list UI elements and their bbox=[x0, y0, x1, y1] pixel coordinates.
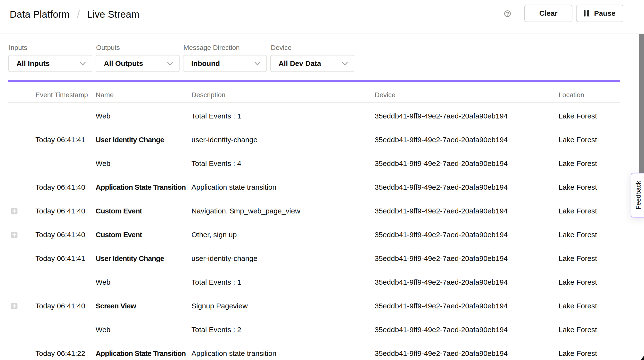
expand-row-button[interactable] bbox=[11, 208, 18, 214]
clear-button[interactable]: Clear bbox=[524, 4, 572, 22]
table-row[interactable]: WebTotal Events : 435eddb41-9ff9-49e2-7a… bbox=[0, 152, 644, 176]
filter-device-label: Device bbox=[271, 44, 354, 52]
cell-name: Web bbox=[96, 278, 192, 286]
column-header-device: Device bbox=[375, 91, 558, 99]
column-header-location: Location bbox=[558, 91, 644, 99]
column-header-description: Description bbox=[192, 91, 375, 99]
table-row[interactable]: Today 06:41:40Application State Transiti… bbox=[0, 176, 644, 199]
cell-event-timestamp: Today 06:41:22 bbox=[36, 349, 96, 358]
cell-description: Total Events : 1 bbox=[192, 278, 375, 286]
table-row[interactable]: Today 06:41:40Custom EventOther, sign up… bbox=[0, 223, 644, 247]
filter-inputs-value: All Inputs bbox=[16, 59, 50, 68]
cell-description: Total Events : 4 bbox=[192, 160, 375, 168]
filter-outputs-label: Outputs bbox=[96, 44, 180, 52]
cell-description: user-identity-change bbox=[192, 136, 375, 144]
help-icon[interactable]: ? bbox=[504, 10, 511, 17]
event-rows: WebTotal Events : 135eddb41-9ff9-49e2-7a… bbox=[0, 104, 644, 360]
accent-divider bbox=[8, 80, 620, 82]
filter-inputs-select[interactable]: All Inputs bbox=[8, 55, 92, 72]
filter-inputs-label: Inputs bbox=[9, 44, 92, 52]
cell-event-timestamp: Today 06:41:40 bbox=[36, 183, 96, 191]
page-title: Live Stream bbox=[87, 9, 140, 20]
filter-device-select[interactable]: All Dev Data bbox=[270, 55, 354, 72]
cell-name: Web bbox=[96, 160, 192, 168]
cell-device: 35eddb41-9ff9-49e2-7aed-20afa90eb194 bbox=[375, 302, 558, 310]
cell-event-timestamp: Today 06:41:41 bbox=[36, 136, 96, 144]
cell-description: user-identity-change bbox=[192, 254, 375, 263]
cell-name: User Identity Change bbox=[96, 136, 192, 144]
cell-name: User Identity Change bbox=[96, 254, 192, 263]
expand-row-button[interactable] bbox=[11, 232, 18, 238]
table-header: Event Timestamp Name Description Device … bbox=[0, 91, 644, 99]
pause-icon bbox=[584, 10, 589, 16]
cell-location: Lake Forest bbox=[558, 112, 644, 120]
cell-description: Other, sign up bbox=[192, 231, 375, 239]
chevron-down-icon bbox=[167, 61, 173, 65]
cell-description: Application state transition bbox=[192, 183, 375, 191]
cell-description: Total Events : 2 bbox=[192, 326, 375, 334]
filter-device: Device All Dev Data bbox=[270, 44, 354, 72]
cell-event-timestamp: Today 06:41:41 bbox=[36, 254, 96, 263]
table-row[interactable]: Today 06:41:22Application State Transiti… bbox=[0, 342, 644, 360]
breadcrumb: Data Platform / Live Stream bbox=[10, 1, 140, 28]
cell-name: Custom Event bbox=[96, 207, 192, 215]
cell-device: 35eddb41-9ff9-49e2-7aed-20afa90eb194 bbox=[375, 112, 558, 120]
vertical-scrollbar-thumb[interactable] bbox=[639, 34, 644, 173]
table-row[interactable]: Today 06:41:41User Identity Changeuser-i… bbox=[0, 128, 644, 152]
chevron-down-icon bbox=[254, 61, 260, 65]
cell-name: Application State Transition bbox=[96, 183, 192, 191]
cell-event-timestamp: Today 06:41:40 bbox=[36, 231, 96, 239]
cell-device: 35eddb41-9ff9-49e2-7aed-20afa90eb194 bbox=[375, 254, 558, 263]
table-row[interactable]: WebTotal Events : 135eddb41-9ff9-49e2-7a… bbox=[0, 270, 644, 294]
cell-event-timestamp: Today 06:41:40 bbox=[36, 302, 96, 310]
filter-message-direction-value: Inbound bbox=[191, 59, 220, 68]
chevron-down-icon bbox=[342, 61, 348, 65]
cell-device: 35eddb41-9ff9-49e2-7aed-20afa90eb194 bbox=[375, 278, 558, 286]
filter-device-value: All Dev Data bbox=[278, 59, 321, 68]
cell-location: Lake Forest bbox=[558, 302, 644, 310]
cell-description: Total Events : 1 bbox=[192, 112, 375, 120]
clear-button-label: Clear bbox=[539, 9, 557, 17]
cell-description: Application state transition bbox=[192, 349, 375, 358]
cell-name: Application State Transition bbox=[96, 349, 192, 358]
filter-message-direction-select[interactable]: Inbound bbox=[183, 55, 267, 72]
page-header: Data Platform / Live Stream ? Clear Paus… bbox=[0, 0, 644, 33]
help-glyph: ? bbox=[506, 11, 509, 17]
cell-name: Custom Event bbox=[96, 231, 192, 239]
table-row[interactable]: Today 06:41:41User Identity Changeuser-i… bbox=[0, 247, 644, 270]
breadcrumb-section[interactable]: Data Platform bbox=[10, 9, 70, 20]
filter-message-direction: Message Direction Inbound bbox=[183, 44, 267, 72]
cell-description: Signup Pageview bbox=[192, 302, 375, 310]
cell-device: 35eddb41-9ff9-49e2-7aed-20afa90eb194 bbox=[375, 207, 558, 215]
filter-bar: Inputs All Inputs Outputs All Outputs Me… bbox=[8, 44, 354, 72]
table-row[interactable]: WebTotal Events : 235eddb41-9ff9-49e2-7a… bbox=[0, 318, 644, 342]
cell-device: 35eddb41-9ff9-49e2-7aed-20afa90eb194 bbox=[375, 326, 558, 334]
table-row[interactable]: WebTotal Events : 135eddb41-9ff9-49e2-7a… bbox=[0, 104, 644, 128]
cell-device: 35eddb41-9ff9-49e2-7aed-20afa90eb194 bbox=[375, 136, 558, 144]
live-stream-page: Data Platform / Live Stream ? Clear Paus… bbox=[0, 0, 644, 360]
expand-row-button[interactable] bbox=[11, 303, 18, 309]
cell-location: Lake Forest bbox=[558, 349, 644, 358]
cell-name: Web bbox=[96, 112, 192, 120]
cell-event-timestamp: Today 06:41:40 bbox=[36, 207, 96, 215]
cell-name: Web bbox=[96, 326, 192, 334]
cell-location: Lake Forest bbox=[558, 278, 644, 286]
pause-button[interactable]: Pause bbox=[576, 4, 623, 22]
cell-device: 35eddb41-9ff9-49e2-7aed-20afa90eb194 bbox=[375, 349, 558, 358]
cell-device: 35eddb41-9ff9-49e2-7aed-20afa90eb194 bbox=[375, 183, 558, 191]
cell-location: Lake Forest bbox=[558, 136, 644, 144]
filter-outputs-select[interactable]: All Outputs bbox=[96, 55, 180, 72]
cell-location: Lake Forest bbox=[558, 326, 644, 334]
cell-location: Lake Forest bbox=[558, 254, 644, 263]
cell-device: 35eddb41-9ff9-49e2-7aed-20afa90eb194 bbox=[375, 160, 558, 168]
table-row[interactable]: Today 06:41:40Screen ViewSignup Pageview… bbox=[0, 294, 644, 318]
column-header-event-timestamp: Event Timestamp bbox=[36, 91, 96, 99]
cell-location: Lake Forest bbox=[558, 160, 644, 168]
filter-inputs: Inputs All Inputs bbox=[8, 44, 92, 72]
cell-device: 35eddb41-9ff9-49e2-7aed-20afa90eb194 bbox=[375, 231, 558, 239]
cell-location: Lake Forest bbox=[558, 231, 644, 239]
feedback-tab[interactable]: Feedback bbox=[631, 173, 644, 217]
table-row[interactable]: Today 06:41:40Custom EventNavigation, $m… bbox=[0, 199, 644, 223]
column-header-name: Name bbox=[96, 91, 192, 99]
filter-outputs: Outputs All Outputs bbox=[96, 44, 180, 72]
